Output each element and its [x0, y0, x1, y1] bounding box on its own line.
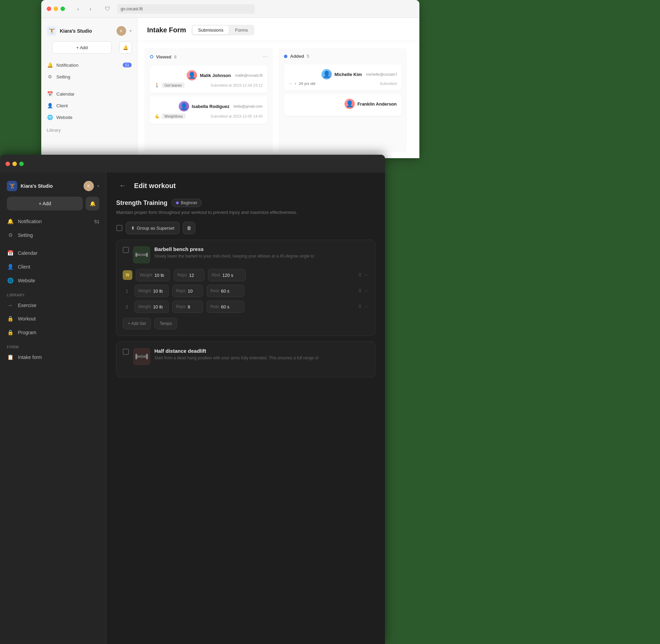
tag-malik: Get leaner — [162, 83, 185, 88]
window-dark-body: 🏋 Kiara's Studio K ▾ + Add 🔔 🔔 Notificat… — [0, 173, 385, 644]
nav-controls: ‹ › — [73, 4, 95, 14]
set-weight-2[interactable]: Weight 10 lb — [134, 301, 169, 313]
sidebar-item-program-dark[interactable]: 🔒 Program — [0, 326, 106, 339]
weight-value-warmup: 10 lb — [154, 273, 164, 278]
tab-submissions[interactable]: Submissions — [192, 26, 229, 34]
level-label: Beginner — [181, 200, 197, 205]
maximize-button-light[interactable] — [60, 7, 65, 11]
reps-value-warmup: 12 — [189, 273, 194, 278]
set-reps-1[interactable]: Reps 10 — [172, 285, 203, 297]
program-label-dark: Program — [18, 330, 36, 335]
level-dot — [176, 201, 179, 204]
workout-section: Strength Training Beginner Maintain prop… — [107, 199, 385, 377]
client-icon-light: 👤 — [47, 103, 53, 108]
set-rest-1[interactable]: Rest 60 s — [207, 285, 244, 297]
minimize-button-light[interactable] — [54, 7, 58, 11]
ellipsis-michelle[interactable]: ··· — [289, 81, 292, 86]
notification-badge-light: 51 — [123, 63, 132, 67]
warmup-badge: W — [123, 270, 132, 280]
col-count-added: 5 — [307, 54, 309, 59]
bell-icon-light: 🔔 — [47, 62, 53, 68]
tempo-button[interactable]: Tempo — [154, 318, 177, 329]
close-button-light[interactable] — [47, 7, 51, 11]
rest-label-warmup: Rest — [212, 273, 220, 277]
more-button-2[interactable]: ··· — [364, 304, 369, 310]
notification-bell-dark[interactable]: 🔔 — [86, 197, 99, 210]
client-card-header-isabella: 👤 Isabella Rodiguez bella@gmail.com — [155, 101, 263, 111]
exercise-card-bench-press: Barbell bench press Slowly lower the bar… — [116, 240, 375, 336]
tab-forms[interactable]: Forms — [230, 26, 253, 34]
sidebar-item-calendar-dark[interactable]: 📅 Calendar — [0, 246, 106, 260]
group-superset-label: Group as Superset — [137, 226, 174, 231]
notification-bell-light[interactable]: 🔔 — [119, 41, 132, 54]
sidebar-item-workout-dark[interactable]: 🔒 Workout — [0, 312, 106, 326]
col-menu-viewed[interactable]: ··· — [263, 54, 267, 60]
intakeform-label-dark: Intake form — [18, 354, 42, 360]
set-weight-warmup[interactable]: Weight 10 lb — [136, 269, 170, 281]
set-rest-2[interactable]: Rest 60 s — [207, 301, 244, 313]
sidebar-item-calendar-light[interactable]: 📅 Calendar — [41, 88, 137, 100]
forward-button-light[interactable]: › — [86, 4, 95, 14]
exercise-checkbox-deadlift[interactable] — [123, 349, 129, 355]
client-card-franklin: 👤 Franklin Anderson — [284, 94, 402, 116]
set-reps-warmup[interactable]: Reps 12 — [174, 269, 205, 281]
exercise-footer-bench-press: + Add Set Tempo — [123, 318, 369, 329]
exercise-icon-dark: ↔ — [7, 302, 14, 308]
client-label-light: Client — [56, 103, 68, 108]
maximize-button-dark[interactable] — [19, 162, 24, 166]
delete-button[interactable]: 🗑 — [183, 222, 195, 234]
set-weight-1[interactable]: Weight 10 lb — [134, 285, 169, 297]
group-superset-button[interactable]: ⬆ Group as Superset — [126, 222, 179, 234]
sidebar-item-intakeform-dark[interactable]: 📋 Intake form — [0, 350, 106, 364]
studio-logo-light: 🏋 — [47, 26, 56, 36]
sidebar-item-setting-dark[interactable]: ⚙ Setting — [0, 228, 106, 242]
submit-time-malik: Submitted at 2023-12-04 23:12 — [210, 83, 263, 87]
drag-handle-2[interactable]: ⠿ — [358, 304, 362, 309]
back-button-light[interactable]: ‹ — [73, 4, 83, 14]
set-reps-2[interactable]: Reps 8 — [172, 301, 203, 313]
more-button-warmup[interactable]: ··· — [364, 272, 369, 278]
sidebar-item-exercise-dark[interactable]: ↔ Exercise — [0, 298, 106, 312]
window-dark: 🏋 Kiara's Studio K ▾ + Add 🔔 🔔 Notificat… — [0, 155, 385, 644]
program-icon-dark: 🔒 — [7, 329, 14, 336]
weight-value-2: 10 lb — [153, 304, 163, 309]
set-rest-warmup[interactable]: Rest 120 s — [208, 269, 246, 281]
add-button-dark[interactable]: + Add — [7, 197, 83, 210]
exercise-checkbox-bench-press[interactable] — [123, 247, 129, 253]
deadlift-icon — [135, 350, 148, 363]
set-row-warmup: W Weight 10 lb Reps 12 Rest 120 s — [123, 269, 369, 281]
warmup-label: W — [125, 273, 129, 277]
calendar-icon-dark: 📅 — [7, 250, 14, 256]
more-button-1[interactable]: ··· — [364, 288, 369, 294]
client-email-isabella: bella@gmail.com — [233, 104, 263, 108]
set-label-1: 1 — [125, 288, 128, 294]
client-email-malik: malik@cocast.fit — [235, 73, 263, 77]
set-label-2: 2 — [125, 304, 128, 309]
address-bar[interactable]: go.cocast.fit — [117, 4, 255, 14]
sidebar-item-client-dark[interactable]: 👤 Client — [0, 260, 106, 274]
page-header-dark: ← Edit workout — [107, 173, 385, 199]
form-label-dark: Form — [0, 339, 106, 350]
tag-isabella: Weightloss — [162, 113, 186, 119]
close-button-dark[interactable] — [6, 162, 10, 166]
section-divider-light — [41, 83, 137, 88]
add-button-light[interactable]: + Add — [52, 41, 112, 54]
add-set-button[interactable]: + Add Set — [123, 318, 151, 329]
studio-logo-dark: 🏋 — [7, 181, 17, 191]
sidebar-item-website-light[interactable]: 🌐 Website — [41, 111, 137, 123]
sidebar-item-setting-light[interactable]: ⚙ Setting — [41, 71, 137, 83]
minimize-button-dark[interactable] — [12, 162, 17, 166]
back-button-dark[interactable]: ← — [116, 179, 129, 192]
reps-value-2: 8 — [188, 304, 190, 309]
client-meta-michelle: ··· ♀ 24 yrs old Submitted — [289, 81, 397, 86]
client-card-michelle: 👤 Michelle Kim michelle@cocast.f ··· ♀ 2… — [284, 64, 402, 90]
sidebar-item-website-dark[interactable]: 🌐 Website — [0, 274, 106, 287]
sidebar-item-notification-light[interactable]: 🔔 Notification 51 — [41, 59, 137, 71]
sidebar-item-client-light[interactable]: 👤 Client — [41, 100, 137, 111]
drag-handle-warmup[interactable]: ⠿ — [358, 272, 362, 278]
sidebar-item-notification-dark[interactable]: 🔔 Notification 51 — [0, 215, 106, 228]
svg-rect-6 — [146, 354, 148, 359]
select-all-checkbox[interactable] — [116, 225, 122, 231]
tag-icon-isabella: 💪 — [155, 114, 160, 119]
drag-handle-1[interactable]: ⠿ — [358, 288, 362, 294]
